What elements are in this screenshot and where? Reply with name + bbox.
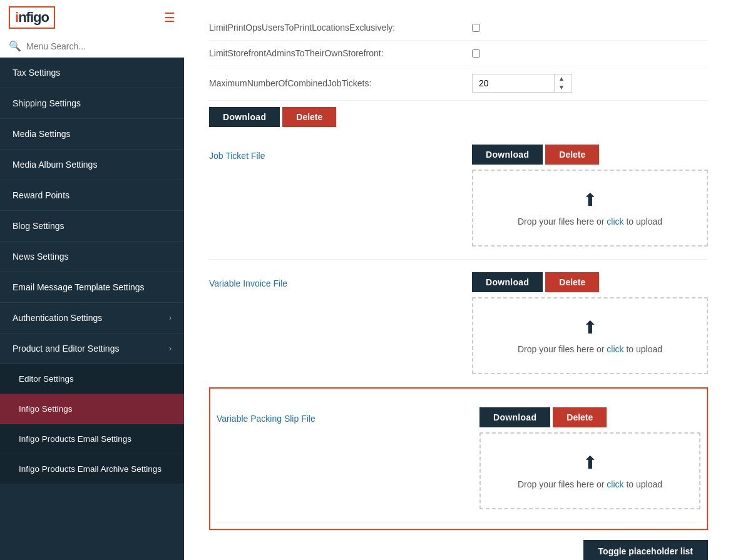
sidebar-item-label-email-message-template-settings: Email Message Template Settings (13, 282, 145, 292)
sidebar-item-label-editor-settings: Editor Settings (19, 374, 74, 384)
drop-zone-variable-packing-slip-file[interactable]: ⬆Drop your files here or click to upload (479, 432, 700, 509)
sidebar-item-news-settings[interactable]: News Settings (0, 242, 184, 272)
sidebar-header: infigo ☰ (0, 0, 184, 35)
sidebar-item-authentication-settings[interactable]: Authentication Settings› (0, 303, 184, 333)
sidebar-item-label-media-settings: Media Settings (13, 129, 71, 139)
drop-click-link-job-ticket-file[interactable]: click (607, 216, 623, 227)
logo: infigo (9, 6, 55, 29)
drop-zone-variable-invoice-file[interactable]: ⬆Drop your files here or click to upload (472, 297, 708, 374)
upload-icon-job-ticket-file: ⬆ (583, 190, 597, 210)
upload-area-job-ticket-file: DownloadDelete⬆Drop your files here or c… (472, 145, 708, 247)
file-label-link-job-ticket-file[interactable]: Job Ticket File (209, 151, 265, 161)
spinner-down-max-combined[interactable]: ▼ (555, 83, 568, 92)
number-input-max-combined[interactable] (473, 74, 554, 92)
sidebar-item-label-infigo-settings: Infigo Settings (19, 404, 73, 414)
sidebar-item-media-album-settings[interactable]: Media Album Settings (0, 150, 184, 180)
form-row-limit-print-ops: LimitPrintOpsUsersToPrintLocationsExclus… (209, 15, 708, 41)
file-section-variable-invoice-file: Variable Invoice FileDownloadDelete⬆Drop… (209, 260, 708, 387)
upload-area-variable-invoice-file: DownloadDelete⬆Drop your files here or c… (472, 272, 708, 374)
sidebar-item-label-reward-points: Reward Points (13, 190, 69, 200)
chevron-right-icon: › (169, 344, 172, 353)
file-section-job-ticket-file: Job Ticket FileDownloadDelete⬆Drop your … (209, 132, 708, 260)
download-button-variable-invoice-file[interactable]: Download (472, 272, 543, 292)
file-label-link-variable-invoice-file[interactable]: Variable Invoice File (209, 278, 287, 288)
logo-highlight: i (15, 9, 18, 25)
drop-text-job-ticket-file: Drop your files here or click to upload (518, 216, 662, 227)
drop-text-variable-invoice-file: Drop your files here or click to upload (518, 344, 662, 354)
search-icon: 🔍 (9, 40, 21, 52)
sidebar-item-label-authentication-settings: Authentication Settings (13, 313, 102, 323)
form-label-max-combined: MaximumNumberOfCombinedJobTickets: (209, 78, 472, 88)
sidebar-item-media-settings[interactable]: Media Settings (0, 119, 184, 150)
sidebar-item-label-blog-settings: Blog Settings (13, 221, 64, 231)
sidebar-item-shipping-settings[interactable]: Shipping Settings (0, 88, 184, 119)
main-content: LimitPrintOpsUsersToPrintLocationsExclus… (184, 0, 733, 560)
form-label-limit-print-ops: LimitPrintOpsUsersToPrintLocationsExclus… (209, 23, 472, 33)
delete-button-1[interactable]: Delete (282, 107, 336, 127)
form-label-limit-storefront: LimitStorefrontAdminsToTheirOwnStorefron… (209, 48, 472, 58)
download-button-1[interactable]: Download (209, 107, 280, 127)
delete-button-variable-invoice-file[interactable]: Delete (545, 272, 599, 292)
sidebar-item-product-and-editor-settings[interactable]: Product and Editor Settings› (0, 333, 184, 364)
btn-row-job-ticket-file: DownloadDelete (472, 145, 708, 165)
form-row-limit-storefront: LimitStorefrontAdminsToTheirOwnStorefron… (209, 41, 708, 66)
upload-icon-variable-invoice-file: ⬆ (583, 317, 597, 338)
search-input[interactable] (26, 41, 175, 51)
sidebar-item-infigo-products-email-archive-settings[interactable]: Infigo Products Email Archive Settings (0, 454, 184, 484)
download-button-job-ticket-file[interactable]: Download (472, 145, 543, 165)
download-delete-row-1: Download Delete (209, 107, 708, 127)
delete-button-job-ticket-file[interactable]: Delete (545, 145, 599, 165)
sidebar-item-infigo-settings[interactable]: Infigo Settings (0, 394, 184, 424)
highlighted-file-section: Variable Packing Slip FileDownloadDelete… (209, 387, 708, 530)
sidebar-item-editor-settings[interactable]: Editor Settings (0, 364, 184, 394)
sidebar-item-label-media-album-settings: Media Album Settings (13, 160, 97, 170)
sidebar-item-label-tax-settings: Tax Settings (13, 68, 60, 78)
file-label-link-variable-packing-slip-file[interactable]: Variable Packing Slip File (217, 414, 315, 424)
checkbox-limit-storefront[interactable] (472, 49, 480, 58)
download-button-variable-packing-slip-file[interactable]: Download (479, 407, 550, 427)
sidebar-item-label-shipping-settings: Shipping Settings (13, 98, 81, 108)
sidebar-item-label-infigo-products-email-settings: Infigo Products Email Settings (19, 434, 131, 444)
btn-row-variable-packing-slip-file: DownloadDelete (479, 407, 700, 427)
upload-icon-variable-packing-slip-file: ⬆ (583, 452, 597, 473)
form-row-max-combined: MaximumNumberOfCombinedJobTickets:▲▼ (209, 66, 708, 101)
sidebar-item-blog-settings[interactable]: Blog Settings (0, 211, 184, 242)
sidebar-item-label-infigo-products-email-archive-settings: Infigo Products Email Archive Settings (19, 464, 161, 474)
drop-click-link-variable-packing-slip-file[interactable]: click (607, 479, 623, 489)
delete-button-variable-packing-slip-file[interactable]: Delete (553, 407, 607, 427)
sidebar-item-reward-points[interactable]: Reward Points (0, 180, 184, 211)
drop-click-link-variable-invoice-file[interactable]: click (607, 344, 623, 354)
checkbox-limit-print-ops[interactable] (472, 24, 480, 32)
drop-text-variable-packing-slip-file: Drop your files here or click to upload (518, 479, 662, 489)
sidebar-item-email-message-template-settings[interactable]: Email Message Template Settings (0, 272, 184, 303)
file-section-variable-packing-slip-file: Variable Packing Slip FileDownloadDelete… (217, 395, 700, 522)
upload-area-variable-packing-slip-file: DownloadDelete⬆Drop your files here or c… (479, 407, 700, 509)
spinner-up-max-combined[interactable]: ▲ (555, 74, 568, 83)
sidebar-item-label-product-and-editor-settings: Product and Editor Settings (13, 344, 119, 354)
hamburger-icon[interactable]: ☰ (164, 10, 175, 25)
sidebar-item-label-news-settings: News Settings (13, 252, 68, 262)
toggle-placeholder-list-button[interactable]: Toggle placeholder list (583, 540, 708, 560)
sidebar-item-infigo-products-email-settings[interactable]: Infigo Products Email Settings (0, 424, 184, 454)
drop-zone-job-ticket-file[interactable]: ⬆Drop your files here or click to upload (472, 170, 708, 247)
sidebar: infigo ☰ 🔍 Tax SettingsShipping Settings… (0, 0, 184, 560)
btn-row-variable-invoice-file: DownloadDelete (472, 272, 708, 292)
chevron-right-icon: › (169, 313, 172, 322)
sidebar-item-tax-settings[interactable]: Tax Settings (0, 58, 184, 88)
search-bar: 🔍 (0, 35, 184, 58)
logo-text: infigo (15, 9, 49, 25)
